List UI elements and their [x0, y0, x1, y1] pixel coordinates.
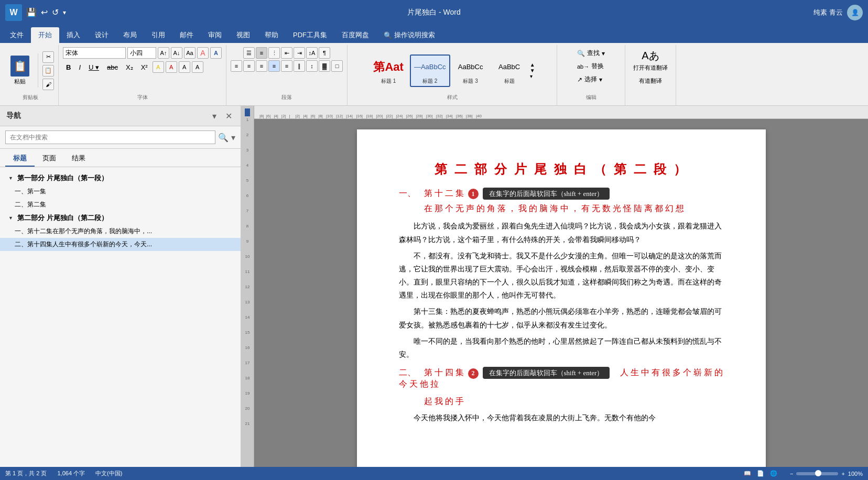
open-translate-button[interactable]: Aあ 打开有道翻译 — [630, 47, 671, 73]
tab-help[interactable]: 帮助 — [257, 27, 286, 43]
paragraph-content: ☰ ≡ ⋮ ⇤ ⇥ ↕A ¶ ≡ ≡ ≡ ≡ ≡ ∥ ↕ ▓ □ — [231, 47, 343, 94]
doc-para5[interactable]: 今天他将我搂入怀中，今天他背着我在凌晨的大街上飞奔。无数个有他的今 — [399, 411, 724, 424]
search-dropdown-btn[interactable]: ▾ — [231, 133, 235, 143]
subscript-button[interactable]: X₂ — [123, 61, 136, 73]
change-case-btn[interactable]: Aa — [184, 47, 196, 59]
increase-font-btn[interactable]: A↑ — [158, 47, 169, 59]
style-heading1[interactable]: 第Aat 标题 1 — [369, 54, 407, 87]
align-center-btn[interactable]: ≡ — [243, 60, 255, 72]
decrease-font-btn[interactable]: A↓ — [171, 47, 182, 59]
document-scroll[interactable]: 第 二 部 分 片 尾 独 白 （ 第 二 段 ） 一、 第 十 二 集 1 在… — [254, 119, 868, 467]
style-heading3[interactable]: AaBbCc 标题 3 — [452, 54, 489, 87]
underline-button[interactable]: U ▾ — [85, 61, 102, 73]
cut-button[interactable]: ✂ — [42, 51, 54, 63]
zoom-out-btn[interactable]: − — [790, 471, 793, 477]
save-icon[interactable]: 💾 — [26, 7, 37, 17]
undo-icon[interactable]: ↩ — [41, 7, 48, 17]
distribute-btn[interactable]: ≡ — [281, 60, 292, 72]
font-format-row: B I U ▾ abc X₂ X² A A A A — [63, 61, 203, 73]
char-border-btn[interactable]: A — [192, 61, 203, 73]
nav-item-ep1[interactable]: 一、第一集 — [0, 185, 241, 198]
highlight-btn[interactable]: A — [153, 61, 164, 73]
doc-para1[interactable]: 比方说，我会成为爱丽丝，跟着白兔先生进入仙境吗？比方说，我会成为小女孩，跟着龙猫… — [399, 220, 724, 246]
print-layout-btn[interactable]: 📄 — [757, 470, 764, 476]
tab-review[interactable]: 审阅 — [201, 27, 229, 43]
style-heading[interactable]: AaBbC 标题 — [491, 54, 528, 87]
tab-view[interactable]: 视图 — [229, 27, 257, 43]
font-group: A↑ A↓ Aa A A B I U ▾ abc X₂ X² A A A A 字… — [59, 45, 226, 105]
multilevel-btn[interactable]: ⋮ — [268, 47, 280, 59]
doc-para4[interactable]: 唯一不同的是，当我看向那个熟悉的他时，心里居然掀起了一阵连自己都从未预料到的慌乱… — [399, 335, 724, 361]
style-heading2[interactable]: —AaBbCc 标题 2 — [410, 54, 450, 87]
italic-button[interactable]: I — [75, 61, 84, 73]
search-button[interactable]: 🔍 — [218, 133, 229, 143]
tab-references[interactable]: 引用 — [144, 27, 172, 43]
tab-baidu[interactable]: 百度网盘 — [334, 27, 376, 43]
tooltip1-badge: 1 — [468, 189, 479, 199]
paste-icon: 📋 — [10, 56, 29, 77]
styles-scroll[interactable]: ▲ ▼ ▾ — [530, 62, 535, 79]
navigation-panel: 导航 ▾ ✕ 🔍 ▾ 标题 页面 结果 ▼ 第一部分 片尾独白（第一段） 一、第… — [0, 106, 241, 467]
font-name-input[interactable] — [63, 47, 126, 59]
superscript-button[interactable]: X² — [138, 61, 151, 73]
font-color-btn[interactable]: A — [210, 47, 222, 59]
redo-icon[interactable]: ↺ — [52, 7, 59, 17]
nav-header: 导航 ▾ ✕ — [0, 106, 241, 126]
translate-content: Aあ 打开有道翻译 有道翻译 — [630, 47, 671, 103]
read-mode-btn[interactable]: 📖 — [744, 470, 751, 476]
tab-pdf[interactable]: PDF工具集 — [286, 27, 334, 43]
char-shading-btn[interactable]: A — [179, 61, 190, 73]
tab-home[interactable]: 开始 — [31, 27, 59, 43]
nav-dropdown-btn[interactable]: ▾ — [209, 110, 220, 122]
nav-tab-headings[interactable]: 标题 — [5, 151, 35, 167]
show-marks-btn[interactable]: ¶ — [319, 47, 330, 59]
nav-item-part2[interactable]: ▼ 第二部分 片尾独白（第二段） — [0, 211, 241, 225]
strikethrough-button[interactable]: abc — [104, 61, 121, 73]
sort-btn[interactable]: ↕A — [306, 47, 318, 59]
clear-format-btn[interactable]: A — [197, 47, 209, 59]
align-left-btn[interactable]: ≡ — [231, 60, 242, 72]
tab-design[interactable]: 设计 — [88, 27, 116, 43]
replace-button[interactable]: ab→ 替换 — [573, 60, 607, 72]
doc-para3[interactable]: 第十三集：熟悉的夏夜蝉鸣声，熟悉的小熊玩偶必须靠在小羊旁，熟悉的，连睡觉都会皱眉… — [399, 305, 724, 331]
bold-button[interactable]: B — [63, 61, 74, 73]
nav-item-ep12[interactable]: 一、第十二集在那个无声的角落，我的脑海中，... — [0, 225, 241, 238]
align-right-btn[interactable]: ≡ — [256, 60, 267, 72]
line-spacing-btn[interactable]: ↕ — [306, 60, 318, 72]
tab-layout[interactable]: 布局 — [116, 27, 144, 43]
nav-item-ep14[interactable]: 二、第十四集人生中有很多个崭新的今天，今天... — [0, 238, 241, 251]
column-btn[interactable]: ∥ — [294, 60, 305, 72]
zoom-slider[interactable] — [796, 472, 838, 475]
nav-tab-pages[interactable]: 页面 — [35, 151, 64, 167]
document-page[interactable]: 第 二 部 分 片 尾 独 白 （ 第 二 段 ） 一、 第 十 二 集 1 在… — [357, 129, 766, 467]
tab-mailings[interactable]: 邮件 — [172, 27, 201, 43]
bullets-btn[interactable]: ☰ — [243, 47, 255, 59]
paste-button[interactable]: 📋 粘贴 — [6, 53, 34, 88]
select-button[interactable]: ↗ 选择 ▾ — [573, 73, 606, 85]
tab-insert[interactable]: 插入 — [59, 27, 88, 43]
tab-search[interactable]: 🔍 操作说明搜索 — [376, 27, 442, 43]
web-view-btn[interactable]: 🌐 — [770, 470, 777, 476]
numbering-btn[interactable]: ≡ — [256, 47, 267, 59]
copy-button[interactable]: 📋 — [42, 65, 54, 77]
border-btn[interactable]: □ — [331, 60, 343, 72]
nav-item-ep2[interactable]: 二、第二集 — [0, 198, 241, 211]
nav-tab-results[interactable]: 结果 — [64, 151, 93, 167]
tab-file[interactable]: 文件 — [3, 27, 31, 43]
customize-icon[interactable]: ▾ — [63, 9, 66, 16]
decrease-indent-btn[interactable]: ⇤ — [281, 47, 292, 59]
shading-btn[interactable]: ▓ — [319, 60, 330, 72]
font-size-input[interactable] — [127, 47, 156, 59]
find-button[interactable]: 🔍 查找 ▾ — [573, 47, 609, 59]
justify-btn[interactable]: ≡ — [268, 60, 280, 72]
doc-para2[interactable]: 不，都没有。没有飞龙和骑士。我又不是什么少女漫的主角。但唯一可以确定的是这次的落… — [399, 249, 724, 302]
zoom-in-btn[interactable]: + — [841, 471, 844, 477]
search-input[interactable] — [5, 130, 215, 144]
text-color-btn[interactable]: A — [166, 61, 177, 73]
nav-item-part1[interactable]: ▼ 第一部分 片尾独白（第一段） — [0, 171, 241, 185]
increase-indent-btn[interactable]: ⇥ — [294, 47, 305, 59]
translate-button[interactable]: 有道翻译 — [635, 75, 666, 86]
nav-close-btn[interactable]: ✕ — [223, 110, 234, 122]
format-painter-button[interactable]: 🖌 — [42, 79, 54, 90]
vertical-ruler-left: 1 2 3 4 5 6 7 8 9 10 11 12 13 14 15 16 1… — [241, 106, 254, 467]
